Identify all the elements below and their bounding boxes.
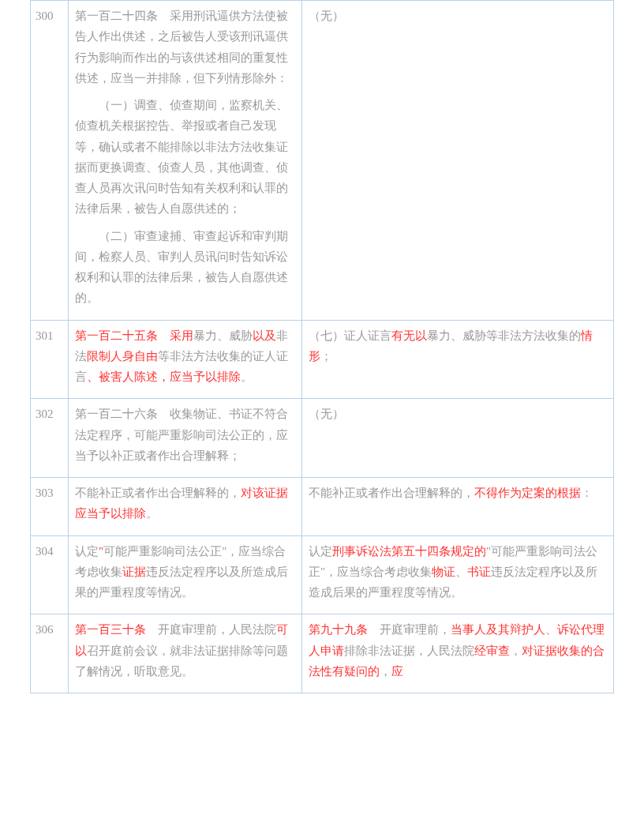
table-row: 304认定"可能严重影响司法公正"，应当综合考虑收集证据违反法定程序以及所造成后…: [31, 535, 614, 614]
row-number: 301: [31, 320, 69, 399]
text-paragraph: （无）: [309, 404, 607, 424]
plain-text: （二）审查逮捕、审查起诉和审判期间，检察人员、审判人员讯问时告知诉讼权利和认罪的…: [75, 230, 288, 305]
right-cell: （无）: [302, 1, 614, 321]
row-number: 300: [31, 1, 69, 321]
plain-text: （七）: [309, 329, 344, 342]
highlight-text: 刑事诉讼法第五十四条规定的: [332, 545, 486, 558]
highlight-text: 经审查: [474, 644, 510, 657]
text-paragraph: 第一百二十四条 采用刑讯逼供方法使被告人作出供述，之后被告人受该刑讯逼供行为影响…: [75, 6, 295, 88]
text-paragraph: 认定刑事诉讼法第五十四条规定的"可能严重影响司法公正"，应当综合考虑收集物证、书…: [309, 541, 607, 603]
text-paragraph: 第一百二十六条 收集物证、书证不符合法定程序，可能严重影响司法公正的，应当予以补…: [75, 404, 295, 466]
left-cell: 第一百三十条 开庭审理前，人民法院可以召开庭前会议，就非法证据排除等问题了解情况…: [69, 614, 302, 693]
plain-text: 召开庭前会议，就非法证据排除等问题了解情况，听取意见。: [75, 644, 288, 678]
text-paragraph: 第九十九条 开庭审理前，当事人及其辩护人、诉讼代理人申请排除非法证据，人民法院经…: [309, 619, 607, 682]
highlight-text: 应: [391, 665, 403, 678]
row-number: 302: [31, 399, 69, 478]
plain-text: 不能补正或者作出合理解释的，: [309, 486, 474, 499]
right-cell: （无）: [302, 399, 614, 478]
table-row: 303不能补正或者作出合理解释的，对该证据应当予以排除。不能补正或者作出合理解释…: [31, 478, 614, 536]
text-paragraph: 第一百二十五条 采用暴力、威胁以及非法限制人身自由等非法方法收集的证人证言、被害…: [75, 325, 295, 388]
plain-text: 第一百二十四条 采用刑讯逼供方法使被告人作出供述，之后被告人受该刑讯逼供行为影响…: [75, 9, 288, 85]
row-number: 306: [31, 614, 69, 693]
highlight-text: 以及: [253, 329, 276, 342]
plain-text: （无）: [309, 9, 344, 22]
highlight-text: 第一百三十条: [75, 623, 146, 636]
plain-text: 证人证言: [344, 329, 391, 342]
plain-text: 、: [455, 565, 467, 578]
plain-text: 暴力、威胁等非法方法收集的: [427, 329, 581, 342]
plain-text: 开庭审理前，人民法院: [146, 623, 276, 636]
right-cell: 第九十九条 开庭审理前，当事人及其辩护人、诉讼代理人申请排除非法证据，人民法院经…: [302, 614, 614, 693]
table-row: 306第一百三十条 开庭审理前，人民法院可以召开庭前会议，就非法证据排除等问题了…: [31, 614, 614, 693]
table-row: 301第一百二十五条 采用暴力、威胁以及非法限制人身自由等非法方法收集的证人证言…: [31, 320, 614, 399]
plain-text: 暴力、威胁: [193, 329, 253, 342]
plain-text: 、: [545, 623, 557, 636]
text-paragraph: （二）审查逮捕、审查起诉和审判期间，检察人员、审判人员讯问时告知诉讼权利和认罪的…: [75, 226, 295, 309]
highlight-text: 限制人身自由: [87, 350, 158, 363]
highlight-text: 、被害人陈述，应当予以排除: [87, 370, 241, 383]
right-cell: 不能补正或者作出合理解释的，不得作为定案的根据：: [302, 478, 614, 536]
text-paragraph: 认定"可能严重影响司法公正"，应当综合考虑收集证据违反法定程序以及所造成后果的严…: [75, 541, 295, 603]
plain-text: 不能补正或者作出合理解释的，: [75, 486, 241, 499]
highlight-text: 第九十九条: [309, 623, 368, 636]
right-cell: （七）证人证言有无以暴力、威胁等非法方法收集的情形；: [302, 320, 614, 399]
text-paragraph: 第一百三十条 开庭审理前，人民法院可以召开庭前会议，就非法证据排除等问题了解情况…: [75, 619, 295, 682]
highlight-text: 证据: [122, 565, 146, 578]
plain-text: ：: [581, 486, 593, 499]
plain-text: 排除非法证据，人民法院: [344, 644, 474, 657]
plain-text: ，: [380, 665, 391, 678]
text-paragraph: （一）调查、侦查期间，监察机关、侦查机关根据控告、举报或者自己发现等，确认或者不…: [75, 95, 295, 220]
row-number: 303: [31, 478, 69, 536]
table-row: 302第一百二十六条 收集物证、书证不符合法定程序，可能严重影响司法公正的，应当…: [31, 399, 614, 478]
plain-text: 第一百二十六条 收集物证、书证不符合法定程序，可能严重影响司法公正的，应当予以补…: [75, 408, 288, 462]
plain-text: ；: [320, 350, 332, 363]
comparison-table: 300第一百二十四条 采用刑讯逼供方法使被告人作出供述，之后被告人受该刑讯逼供行…: [30, 0, 614, 693]
row-number: 304: [31, 535, 69, 614]
highlight-text: 第一百二十五条 采用: [75, 329, 193, 342]
plain-text: 认定: [75, 545, 99, 558]
plain-text: ，: [510, 644, 522, 657]
plain-text: 。: [146, 507, 158, 520]
left-cell: 认定"可能严重影响司法公正"，应当综合考虑收集证据违反法定程序以及所造成后果的严…: [69, 535, 302, 614]
text-paragraph: 不能补正或者作出合理解释的，对该证据应当予以排除。: [75, 483, 295, 524]
plain-text: 认定: [309, 545, 332, 558]
plain-text: 开庭审理前，: [368, 623, 451, 636]
highlight-text: 当事人及其辩护人: [451, 623, 545, 636]
highlight-text: 不得作为定案的根据: [474, 486, 581, 499]
text-paragraph: （无）: [309, 6, 607, 26]
highlight-text: 物证: [432, 565, 455, 578]
left-cell: 不能补正或者作出合理解释的，对该证据应当予以排除。: [69, 478, 302, 536]
text-paragraph: 不能补正或者作出合理解释的，不得作为定案的根据：: [309, 483, 607, 503]
plain-text: （一）调查、侦查期间，监察机关、侦查机关根据控告、举报或者自己发现等，确认或者不…: [75, 99, 288, 215]
left-cell: 第一百二十四条 采用刑讯逼供方法使被告人作出供述，之后被告人受该刑讯逼供行为影响…: [69, 1, 302, 321]
left-cell: 第一百二十五条 采用暴力、威胁以及非法限制人身自由等非法方法收集的证人证言、被害…: [69, 320, 302, 399]
right-cell: 认定刑事诉讼法第五十四条规定的"可能严重影响司法公正"，应当综合考虑收集物证、书…: [302, 535, 614, 614]
plain-text: （无）: [309, 408, 344, 420]
left-cell: 第一百二十六条 收集物证、书证不符合法定程序，可能严重影响司法公正的，应当予以补…: [69, 399, 302, 478]
text-paragraph: （七）证人证言有无以暴力、威胁等非法方法收集的情形；: [309, 325, 607, 367]
plain-text: 。: [241, 370, 253, 383]
highlight-text: 书证: [467, 565, 491, 578]
highlight-text: 有无以: [391, 329, 427, 342]
table-row: 300第一百二十四条 采用刑讯逼供方法使被告人作出供述，之后被告人受该刑讯逼供行…: [31, 1, 614, 321]
